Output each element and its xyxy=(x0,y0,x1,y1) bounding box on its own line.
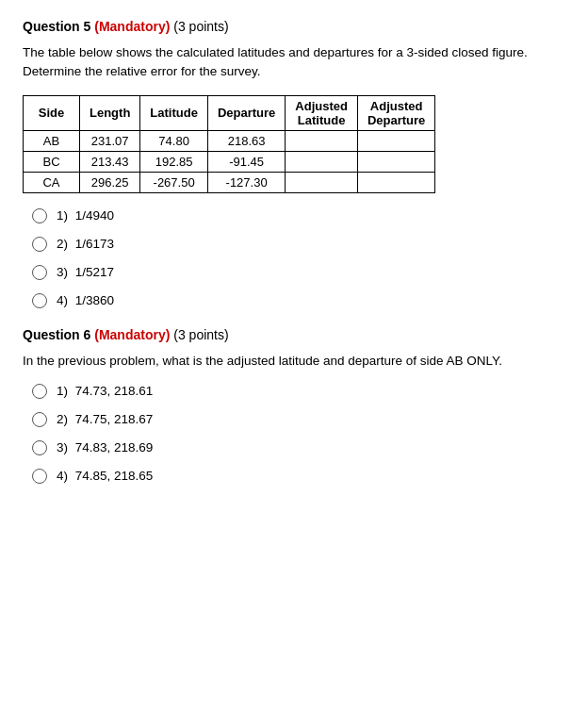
question-5-option-1[interactable]: 1) 1/4940 xyxy=(32,208,565,223)
cell-length-bc: 213.43 xyxy=(80,151,140,172)
question-6-section: Question 6 (Mandatory) (3 points) In the… xyxy=(23,327,565,484)
cell-adjlat-ca xyxy=(286,172,358,192)
question-5-options: 1) 1/4940 2) 1/6173 3) 1/5217 4) 1/3860 xyxy=(32,208,565,308)
question-6-option-1[interactable]: 1) 74.73, 218.61 xyxy=(32,384,565,399)
option-label: 2) 74.75, 218.67 xyxy=(57,412,153,426)
radio-button[interactable] xyxy=(32,469,47,484)
option-label: 3) 74.83, 218.69 xyxy=(57,440,153,454)
option-label: 1) 74.73, 218.61 xyxy=(57,384,153,398)
question-5-section: Question 5 (Mandatory) (3 points) The ta… xyxy=(23,19,565,308)
radio-button[interactable] xyxy=(32,265,47,280)
cell-lat-ca: -267.50 xyxy=(140,172,208,192)
question-6-option-2[interactable]: 2) 74.75, 218.67 xyxy=(32,412,565,427)
option-label: 2) 1/6173 xyxy=(57,237,114,251)
radio-button[interactable] xyxy=(32,237,47,252)
question-5-mandatory: (Mandatory) xyxy=(94,19,170,34)
cell-adjlat-ab xyxy=(286,130,358,151)
radio-button[interactable] xyxy=(32,208,47,223)
cell-dep-ca: -127.30 xyxy=(207,172,285,192)
cell-length-ca: 296.25 xyxy=(80,172,140,192)
col-adj-departure: AdjustedDeparture xyxy=(357,95,434,130)
cell-length-ab: 231.07 xyxy=(80,130,140,151)
radio-button[interactable] xyxy=(32,440,47,455)
question-6-text: In the previous problem, what is the adj… xyxy=(23,352,565,371)
option-label: 4) 74.85, 218.65 xyxy=(57,469,153,483)
cell-adjdep-ca xyxy=(357,172,434,192)
table-row: AB 231.07 74.80 218.63 xyxy=(24,130,435,151)
cell-adjlat-bc xyxy=(286,151,358,172)
option-label: 3) 1/5217 xyxy=(57,265,114,279)
col-latitude: Latitude xyxy=(140,95,208,130)
question-6-option-3[interactable]: 3) 74.83, 218.69 xyxy=(32,440,565,455)
question-6-mandatory: (Mandatory) xyxy=(94,327,170,342)
question-6-options: 1) 74.73, 218.61 2) 74.75, 218.67 3) 74.… xyxy=(32,384,565,484)
cell-side-ca: CA xyxy=(24,172,80,192)
radio-button[interactable] xyxy=(32,293,47,308)
question-5-option-2[interactable]: 2) 1/6173 xyxy=(32,237,565,252)
col-length: Length xyxy=(80,95,140,130)
cell-lat-bc: 192.85 xyxy=(140,151,208,172)
question-5-option-3[interactable]: 3) 1/5217 xyxy=(32,265,565,280)
cell-lat-ab: 74.80 xyxy=(140,130,208,151)
cell-dep-ab: 218.63 xyxy=(207,130,285,151)
option-label: 4) 1/3860 xyxy=(57,293,114,307)
option-label: 1) 1/4940 xyxy=(57,208,114,223)
question-6-points: (3 points) xyxy=(173,327,228,342)
table-row: BC 213.43 192.85 -91.45 xyxy=(24,151,435,172)
question-5-points: (3 points) xyxy=(173,19,228,34)
cell-side-ab: AB xyxy=(24,130,80,151)
col-side: Side xyxy=(24,95,80,130)
cell-side-bc: BC xyxy=(24,151,80,172)
question-5-header: Question 5 (Mandatory) (3 points) xyxy=(23,19,565,34)
question-5-number: Question 5 xyxy=(23,19,90,34)
radio-button[interactable] xyxy=(32,412,47,427)
table-row: CA 296.25 -267.50 -127.30 xyxy=(24,172,435,192)
cell-dep-bc: -91.45 xyxy=(207,151,285,172)
radio-button[interactable] xyxy=(32,384,47,399)
question-6-number: Question 6 xyxy=(23,327,90,342)
question-5-text: The table below shows the calculated lat… xyxy=(23,43,565,82)
cell-adjdep-bc xyxy=(357,151,434,172)
question-6-header: Question 6 (Mandatory) (3 points) xyxy=(23,327,565,342)
question-6-option-4[interactable]: 4) 74.85, 218.65 xyxy=(32,469,565,484)
cell-adjdep-ab xyxy=(357,130,434,151)
question-5-option-4[interactable]: 4) 1/3860 xyxy=(32,293,565,308)
data-table: Side Length Latitude Departure AdjustedL… xyxy=(23,95,435,193)
col-departure: Departure xyxy=(207,95,285,130)
col-adj-latitude: AdjustedLatitude xyxy=(286,95,358,130)
